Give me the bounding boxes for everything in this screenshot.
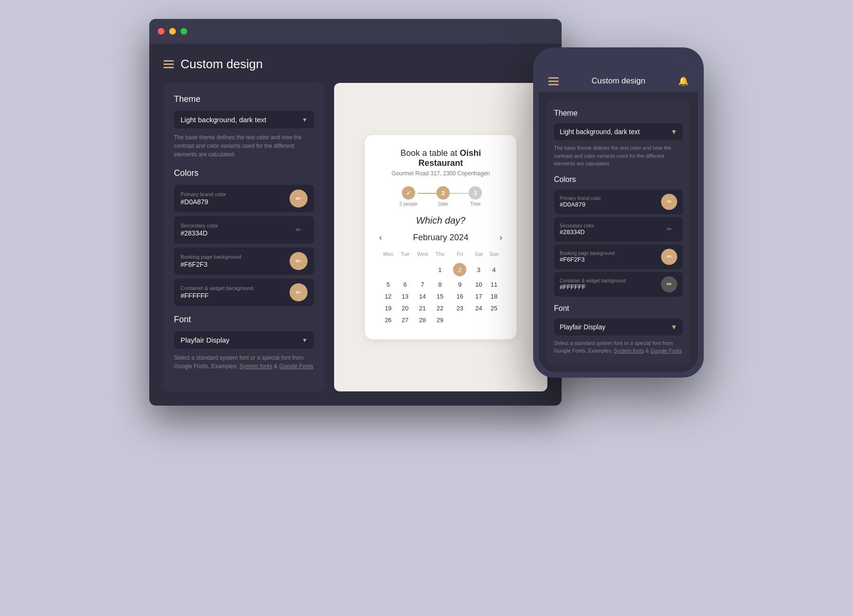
weekday-thu: Thu xyxy=(432,249,448,261)
phone-color-btn-widget[interactable]: ✏ xyxy=(661,276,677,292)
weekday-sat: Sat xyxy=(472,249,486,261)
step-circle-3: 3 xyxy=(469,186,482,199)
booking-title: Book a table at Oishi Restaurant xyxy=(379,148,502,168)
step-label-1: 2 people xyxy=(399,201,417,207)
phone-color-row-bg: Booking page background #F6F2F3 ✏ xyxy=(554,245,683,269)
phone-color-value-secondary: #28334D xyxy=(560,228,594,236)
mobile-phone: Custom design 🔔 Theme Light background, … xyxy=(533,47,704,378)
calendar-day[interactable]: 21 xyxy=(413,302,432,314)
theme-description: The base theme defines the text color an… xyxy=(174,133,314,159)
calendar-next-btn[interactable]: › xyxy=(499,233,502,243)
weekday-sun: Sun xyxy=(486,249,502,261)
phone-font-section: Font Playfair Display ▼ Select a standar… xyxy=(554,304,683,355)
phone-hamburger-icon[interactable] xyxy=(548,77,559,85)
calendar-month: February 2024 xyxy=(413,233,468,243)
calendar-question: Which day? xyxy=(379,215,502,226)
phone-colors-title: Colors xyxy=(554,175,683,184)
preview-panel: Book a table at Oishi Restaurant Gourmet… xyxy=(334,83,547,391)
font-dropdown-arrow: ▼ xyxy=(302,337,308,344)
weekday-wed: Wed xyxy=(413,249,432,261)
calendar-day[interactable]: 16 xyxy=(448,290,472,302)
phone-screen: Custom design 🔔 Theme Light background, … xyxy=(539,53,698,372)
pencil-icon: ✏ xyxy=(296,195,301,202)
weekday-mon: Mon xyxy=(379,249,397,261)
color-row-primary: Primary brand color #D0A879 ✏ xyxy=(174,185,314,212)
google-fonts-link[interactable]: Google Fonts xyxy=(279,363,313,370)
calendar-day[interactable]: 24 xyxy=(472,302,486,314)
calendar-day[interactable]: 28 xyxy=(413,314,432,326)
calendar-day[interactable]: 11 xyxy=(486,279,502,290)
phone-google-fonts-link[interactable]: Google Fonts xyxy=(651,348,682,353)
booking-widget: Book a table at Oishi Restaurant Gourmet… xyxy=(365,135,517,339)
color-value-secondary: #28334D xyxy=(181,229,218,237)
calendar-day[interactable]: 20 xyxy=(397,302,413,314)
color-row-bg: Booking page background #F6F2F3 ✏ xyxy=(174,247,314,275)
phone-pencil-2: ✏ xyxy=(667,226,672,233)
notification-bell-icon[interactable]: 🔔 xyxy=(678,76,689,86)
calendar-day[interactable]: 3 xyxy=(472,261,486,279)
calendar-day[interactable]: 26 xyxy=(379,314,397,326)
phone-system-fonts-link[interactable]: System fonts xyxy=(614,348,644,353)
calendar-day[interactable]: 1 xyxy=(432,261,448,279)
font-description: Select a standard system font or a speci… xyxy=(174,353,314,371)
phone-color-label-primary: Primary brand color xyxy=(560,196,601,201)
calendar-day[interactable]: 12 xyxy=(379,290,397,302)
calendar-day[interactable]: 7 xyxy=(413,279,432,290)
hamburger-menu-icon[interactable] xyxy=(163,60,174,68)
phone-theme-dropdown[interactable]: Light background, dark text ▼ xyxy=(554,123,683,140)
phone-color-btn-primary[interactable]: ✏ xyxy=(661,194,677,210)
color-row-secondary: Secondary color #28334D ✏ xyxy=(174,216,314,244)
calendar-day[interactable]: 14 xyxy=(413,290,432,302)
calendar-day[interactable]: 17 xyxy=(472,290,486,302)
restaurant-name: Oishi Restaurant xyxy=(418,148,481,168)
calendar-day[interactable]: 8 xyxy=(432,279,448,290)
calendar-prev-btn[interactable]: ‹ xyxy=(379,233,382,243)
font-dropdown[interactable]: Playfair Display ▼ xyxy=(174,331,314,349)
phone-color-btn-bg[interactable]: ✏ xyxy=(661,249,677,265)
calendar-day[interactable]: 25 xyxy=(486,302,502,314)
calendar-day[interactable]: 23 xyxy=(448,302,472,314)
calendar-day[interactable]: 27 xyxy=(397,314,413,326)
desktop-window: Custom design Theme Light background, da… xyxy=(149,19,562,406)
calendar-day[interactable]: 15 xyxy=(432,290,448,302)
calendar-day[interactable]: 6 xyxy=(397,279,413,290)
calendar-day xyxy=(448,314,472,326)
color-btn-widget[interactable]: ✏ xyxy=(290,283,308,301)
phone-theme-value: Light background, dark text xyxy=(560,128,640,136)
calendar-day[interactable]: 13 xyxy=(397,290,413,302)
phone-color-btn-secondary[interactable]: ✏ xyxy=(661,221,677,237)
theme-dropdown[interactable]: Light background, dark text ▼ xyxy=(174,111,314,128)
phone-color-value-primary: #D0A879 xyxy=(560,201,601,208)
desktop-body: Theme Light background, dark text ▼ The … xyxy=(163,83,547,391)
color-btn-secondary[interactable]: ✏ xyxy=(290,221,308,239)
system-fonts-link[interactable]: System fonts xyxy=(239,363,272,370)
color-btn-bg[interactable]: ✏ xyxy=(290,252,308,270)
phone-color-value-widget: #FFFFFF xyxy=(560,283,626,290)
calendar-nav: ‹ February 2024 › xyxy=(379,233,502,243)
page-title: Custom design xyxy=(181,57,263,72)
calendar-day[interactable]: 2 xyxy=(448,261,472,279)
calendar-day[interactable]: 19 xyxy=(379,302,397,314)
calendar-day[interactable]: 4 xyxy=(486,261,502,279)
calendar-day[interactable]: 22 xyxy=(432,302,448,314)
theme-section-title: Theme xyxy=(174,94,314,104)
calendar-day[interactable]: 9 xyxy=(448,279,472,290)
calendar-day xyxy=(379,261,397,279)
calendar-day[interactable]: 5 xyxy=(379,279,397,290)
phone-font-dropdown[interactable]: Playfair Display ▼ xyxy=(554,318,683,335)
color-value-widget: #FFFFFF xyxy=(181,292,253,299)
traffic-light-red[interactable] xyxy=(158,28,164,35)
weekday-tue: Tue xyxy=(397,249,413,261)
calendar-day[interactable]: 29 xyxy=(432,314,448,326)
traffic-light-yellow[interactable] xyxy=(169,28,176,35)
booking-address: Gourmet Road 317, 2300 Copenhagen xyxy=(379,170,502,177)
calendar-day[interactable]: 10 xyxy=(472,279,486,290)
phone-content: Theme Light background, dark text ▼ The … xyxy=(539,92,698,372)
calendar-day[interactable]: 18 xyxy=(486,290,502,302)
color-btn-primary[interactable]: ✏ xyxy=(290,190,308,208)
traffic-light-green[interactable] xyxy=(181,28,187,35)
weekday-fri: Fri xyxy=(448,249,472,261)
step-2: 2 Date xyxy=(436,186,450,207)
phone-color-row-widget: Container & widget background #FFFFFF ✏ xyxy=(554,272,683,297)
window-content: Custom design Theme Light background, da… xyxy=(149,44,562,406)
